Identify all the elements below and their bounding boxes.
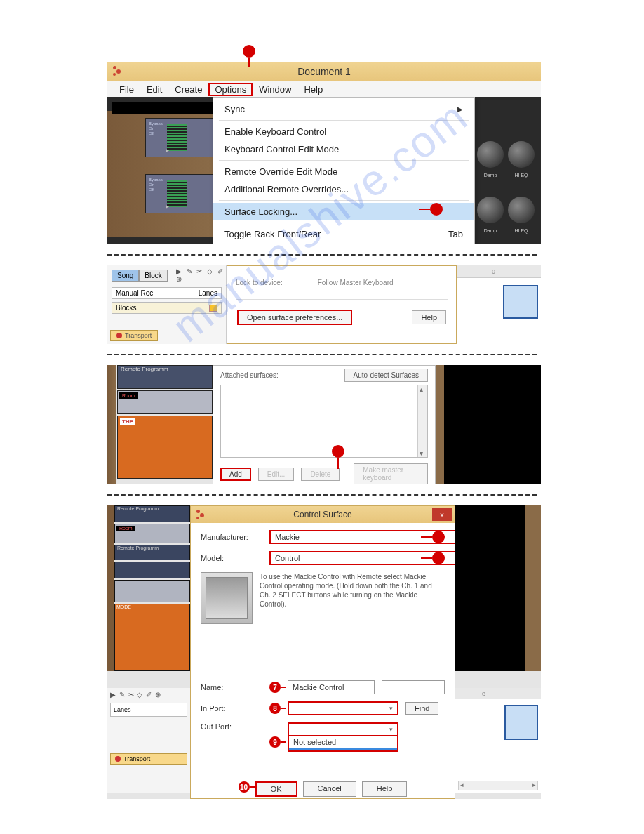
knob-damp[interactable]	[477, 197, 504, 223]
panel-separator	[107, 494, 537, 496]
out-port-option[interactable]: Not selected	[289, 736, 397, 748]
callout-dot-add	[332, 445, 344, 458]
rack-area: Remote Programm Room Remote Programm MOD…	[107, 505, 190, 671]
tab-song[interactable]: Song	[112, 270, 139, 282]
rack-module[interactable]	[114, 562, 190, 578]
menu-item-remote-override[interactable]: Remote Override Edit Mode	[213, 163, 474, 180]
attached-surfaces-label: Attached surfaces:	[220, 371, 279, 379]
ok-button[interactable]: OK	[255, 781, 297, 797]
auto-detect-button[interactable]: Auto-detect Surfaces	[344, 369, 428, 382]
menu-create[interactable]: Create	[168, 83, 208, 96]
menu-help[interactable]: Help	[297, 83, 329, 96]
record-dot-icon	[115, 756, 121, 762]
model-label: Model:	[201, 554, 262, 562]
horizontal-scrollbar[interactable]: ◂▸	[458, 781, 538, 790]
surfaces-listbox[interactable]	[220, 385, 428, 458]
manufacturer-label: Manufacturer:	[201, 533, 262, 541]
menu-window[interactable]: Window	[253, 83, 297, 96]
menu-options[interactable]: Options	[208, 83, 253, 96]
cancel-button[interactable]: Cancel	[303, 781, 356, 797]
block-color-icon	[209, 305, 217, 312]
close-button[interactable]: x	[432, 508, 452, 521]
transport-bar[interactable]: Transport	[110, 330, 158, 341]
panel-control-surfaces-prefs: Remote Programm Room THE Attached surfac…	[107, 365, 541, 484]
name-input[interactable]: Mackie Control	[288, 680, 375, 694]
menu-bar: File Edit Create Options Window Help	[107, 81, 541, 97]
menu-separator	[219, 160, 469, 161]
rack-module[interactable]: Bypass On Off ▸	[145, 118, 214, 157]
rack-module[interactable]: Bypass On Off ▸	[145, 174, 214, 213]
expand-arrow-icon[interactable]: ▸	[166, 202, 169, 210]
knob-hieq[interactable]	[508, 197, 535, 223]
rack-module[interactable]: Remote Programm	[117, 365, 213, 389]
in-port-select[interactable]: ▾	[288, 701, 398, 715]
model-select[interactable]: Control▾	[269, 551, 481, 565]
name-input-ext[interactable]	[382, 680, 445, 694]
menu-item-reduce-clutter[interactable]: Reduce Cable ClutterK	[213, 243, 474, 244]
delete-button[interactable]: Delete	[301, 468, 340, 481]
bypass-label: Bypass On Off	[149, 121, 163, 136]
menu-separator	[219, 200, 469, 201]
menu-item-sync[interactable]: Sync▶	[213, 100, 474, 118]
help-button[interactable]: Help	[362, 781, 408, 797]
callout-badge-10: 10	[239, 781, 250, 793]
control-surface-dialog: Control Surface x Manufacturer: Mackie▾ …	[190, 505, 455, 799]
menu-item-toggle-rack[interactable]: Toggle Rack Front/RearTab	[213, 225, 474, 243]
callout-badge-8: 8	[269, 703, 281, 714]
knob-hieq[interactable]	[508, 141, 535, 168]
add-button[interactable]: Add	[220, 468, 251, 481]
sequencer-strip: ▶ ✎ ✂ ◇ ✐ ⊕ Lanes Transport	[107, 688, 190, 793]
scrollbar[interactable]	[417, 385, 427, 457]
timeline-area: 0	[457, 265, 541, 344]
callout-dot-2	[430, 203, 443, 216]
find-button[interactable]: Find	[405, 702, 438, 715]
edit-button[interactable]: Edit...	[258, 468, 295, 481]
out-port-option-selected[interactable]	[289, 748, 397, 750]
timeline-right: e ◂▸	[455, 688, 541, 793]
make-master-keyboard-button[interactable]: Make master keyboard	[354, 463, 428, 484]
panel-separator	[107, 354, 537, 355]
timeline-clip[interactable]	[504, 705, 538, 740]
tab-block[interactable]: Block	[139, 270, 167, 282]
knob-damp[interactable]	[477, 141, 504, 168]
menu-item-enable-keyboard[interactable]: Enable Keyboard Control	[213, 123, 474, 140]
timeline-ruler[interactable]: e	[455, 688, 541, 699]
rack-module[interactable]: MODE	[114, 604, 190, 671]
panel-control-surface-dialog: Remote Programm Room Remote Programm MOD…	[107, 505, 541, 799]
rack-module[interactable]: Room	[117, 390, 213, 414]
rack-module[interactable]	[114, 580, 190, 602]
control-surfaces-preferences: Attached surfaces: Auto-detect Surfaces …	[213, 365, 436, 484]
transport-bar[interactable]: Transport	[110, 753, 187, 764]
open-surface-preferences-button[interactable]: Open surface preferences...	[237, 310, 352, 325]
knob-panel: Damp HI EQ Damp HI EQ	[475, 139, 541, 233]
menu-file[interactable]: File	[113, 83, 140, 96]
expand-arrow-icon[interactable]: ▸	[166, 146, 169, 154]
in-port-label: In Port:	[201, 704, 262, 713]
rack-module[interactable]: Remote Programm	[114, 545, 190, 560]
bypass-label: Bypass On Off	[149, 178, 163, 192]
tool-icons[interactable]: ▶ ✎ ✂ ◇ ✐ ⊕	[107, 688, 190, 701]
blocks-row[interactable]: Blocks	[112, 302, 222, 314]
rack-module[interactable]: Room	[114, 524, 190, 543]
lanes-row[interactable]: Lanes	[110, 703, 187, 717]
tool-icons[interactable]: ▶ ✎ ✂ ◇ ✐ ⊕	[176, 267, 226, 283]
manual-rec-row[interactable]: Manual RecLanes	[112, 287, 222, 299]
options-dropdown: Sync▶ Enable Keyboard Control Keyboard C…	[213, 97, 475, 244]
chevron-down-icon: ▾	[389, 726, 393, 733]
callout-dot-manufacturer	[432, 531, 445, 543]
out-port-select[interactable]: ▾	[288, 722, 398, 736]
timeline-clip[interactable]	[503, 285, 538, 319]
rack-area: Remote Programm Room THE	[107, 365, 213, 484]
name-label: Name:	[201, 683, 262, 691]
help-button[interactable]: Help	[412, 310, 446, 324]
timeline-ruler[interactable]: 0	[457, 265, 541, 278]
window-titlebar: Document 1	[107, 62, 541, 81]
menu-item-keyboard-edit-mode[interactable]: Keyboard Control Edit Mode	[213, 140, 474, 158]
callout-badge-9: 9	[269, 736, 281, 748]
rack-module-the[interactable]: THE	[117, 416, 213, 479]
rack-module[interactable]: Remote Programm	[114, 505, 190, 522]
menu-edit[interactable]: Edit	[140, 83, 168, 96]
app-logo-icon	[112, 65, 126, 79]
menu-item-additional-overrides[interactable]: Additional Remote Overrides...	[213, 180, 474, 198]
sequencer-sidebar: Song Block ▶ ✎ ✂ ◇ ✐ ⊕ Manual RecLanes B…	[107, 265, 227, 344]
